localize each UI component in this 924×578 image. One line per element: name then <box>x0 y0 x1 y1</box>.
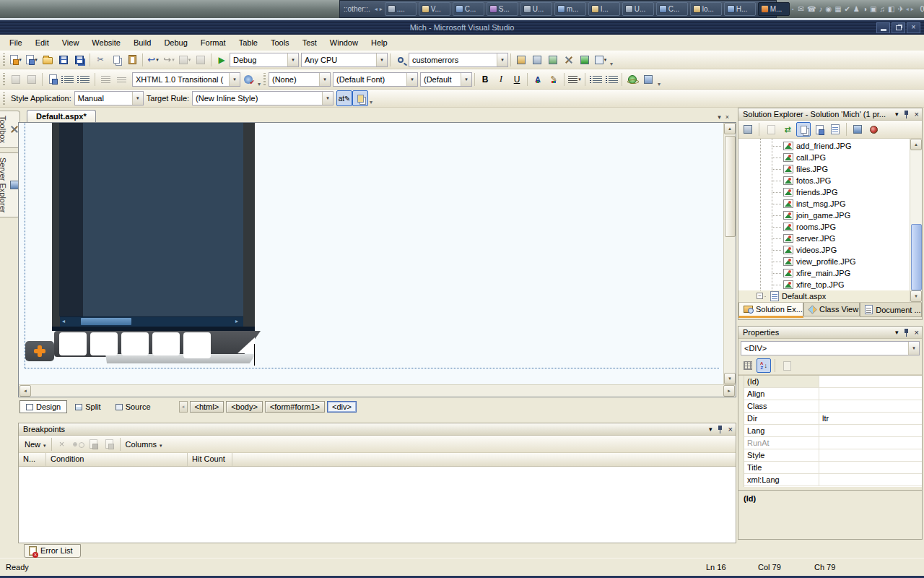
start-debugging-button[interactable]: ▶ <box>214 52 230 68</box>
command-window-button[interactable]: ▾ <box>593 52 609 68</box>
chevron-down-icon[interactable]: ▾ <box>322 92 333 105</box>
tray-icon[interactable]: ◉ <box>825 6 832 13</box>
taskbar-app-button[interactable]: m... <box>554 2 586 16</box>
go-to-source-button[interactable] <box>70 436 86 452</box>
doctype-combo[interactable]: XHTML 1.0 Transitional (▾ <box>132 72 240 87</box>
tree-item-file[interactable]: xfire_main.JPG <box>738 267 910 279</box>
target-class-combo[interactable]: (None)▾ <box>269 72 331 87</box>
tree-item-file[interactable]: inst_msg.JPG <box>738 198 910 210</box>
taskbar-app-button[interactable]: V... <box>419 2 450 16</box>
taskbar-clock[interactable]: 06 ma 20:50 <box>920 5 924 13</box>
tree-item-file[interactable]: server.JPG <box>738 233 910 244</box>
italic-button[interactable]: I <box>493 72 509 87</box>
taskbar-app-button[interactable]: lo... <box>690 2 722 16</box>
tray-icon[interactable]: ▦ <box>834 6 841 13</box>
sidebar-tab-server-explorer[interactable]: Server Explorer <box>0 152 20 217</box>
collapse-icon[interactable]: − <box>757 293 763 299</box>
start-page-button[interactable] <box>577 52 593 68</box>
scroll-down-icon[interactable]: ▾ <box>910 290 922 302</box>
toolbar-grip[interactable] <box>3 53 5 66</box>
find-button[interactable] <box>393 52 409 68</box>
chevron-down-icon[interactable]: ▾ <box>319 73 330 86</box>
tree-item-file[interactable]: xfire_top.JPG <box>738 279 910 290</box>
solution-explorer-titlebar[interactable]: Solution Explorer - Solution 'Mich' (1 p… <box>738 108 922 121</box>
cut-button[interactable]: ✂ <box>92 52 108 68</box>
scroll-right-icon[interactable]: ▸ <box>380 6 383 12</box>
source-view-button[interactable]: Source <box>109 400 157 413</box>
error-list-tab[interactable]: Error List <box>24 544 81 558</box>
menu-help[interactable]: Help <box>365 35 394 50</box>
menu-test[interactable]: Test <box>296 35 323 50</box>
tag-body[interactable]: <body> <box>226 401 263 413</box>
redo-button[interactable]: ↪▾ <box>161 52 177 68</box>
menu-window[interactable]: Window <box>323 35 365 50</box>
solution-explorer-button[interactable] <box>513 52 529 68</box>
properties-window-button[interactable] <box>529 52 545 68</box>
menu-tools[interactable]: Tools <box>264 35 296 50</box>
taskbar-app-button[interactable]: U... <box>622 2 654 16</box>
tag-scroll-left-icon[interactable]: ◂ <box>179 401 188 413</box>
vertical-scroll-thumb[interactable] <box>911 224 922 290</box>
menu-table[interactable]: Table <box>232 35 264 50</box>
menu-build[interactable]: Build <box>127 35 157 50</box>
chevron-down-icon[interactable]: ▾ <box>406 73 417 86</box>
tray-scroll-left-icon[interactable]: ◂ <box>906 6 909 12</box>
tag-div-selected[interactable]: <div> <box>327 401 357 413</box>
view-code-button[interactable] <box>763 122 779 137</box>
target-rule-combo[interactable]: (New Inline Style)▾ <box>192 91 334 105</box>
toolbar-options-icon[interactable]: ▾ <box>370 99 372 107</box>
editor-vertical-scrollbar[interactable]: ▴ ▾ <box>723 123 736 384</box>
scroll-left-icon[interactable]: ◂ <box>375 6 378 12</box>
copy-web-site-button[interactable] <box>850 122 865 137</box>
property-row[interactable]: Class <box>744 400 922 413</box>
toolbar-grip[interactable] <box>3 92 5 105</box>
export-breakpoints-button[interactable] <box>102 436 118 452</box>
property-row[interactable]: Lang <box>744 425 922 437</box>
chevron-down-icon[interactable]: ▾ <box>461 73 471 86</box>
document-tab-default-aspx[interactable]: Default.aspx* <box>27 110 96 122</box>
tab-list-dropdown-icon[interactable]: ▾ <box>718 113 721 121</box>
column-header-condition[interactable]: Condition <box>46 453 188 466</box>
display-button[interactable] <box>640 72 656 87</box>
toolbar-grip[interactable] <box>3 73 5 85</box>
categorized-button[interactable] <box>741 358 755 373</box>
outline-button[interactable] <box>45 72 61 87</box>
tag-form[interactable]: <form#form1> <box>265 401 325 413</box>
close-icon[interactable]: × <box>728 426 733 434</box>
scroll-left-icon[interactable]: ◂ <box>19 385 31 397</box>
hyperlink-button[interactable] <box>624 72 640 87</box>
solution-platforms-combo[interactable]: Any CPU▾ <box>301 53 388 67</box>
nest-related-files-button[interactable] <box>796 122 811 137</box>
window-position-icon[interactable]: ▾ <box>709 426 712 433</box>
auto-hide-pin-icon[interactable] <box>903 110 910 118</box>
tab-class-view[interactable]: Class View <box>803 303 860 316</box>
tab-solution-explorer[interactable]: Solution Ex... <box>738 303 803 318</box>
view-markup-button[interactable] <box>828 122 842 137</box>
menu-format[interactable]: Format <box>194 35 232 50</box>
toolbox-button[interactable] <box>561 52 577 68</box>
next-element-button[interactable] <box>24 72 40 87</box>
window-position-icon[interactable]: ▾ <box>895 111 899 118</box>
style-application-combo[interactable]: Manual▾ <box>74 91 144 105</box>
properties-window-button[interactable] <box>741 122 755 137</box>
menu-view[interactable]: View <box>56 35 86 50</box>
solution-configurations-combo[interactable]: Debug▾ <box>230 53 299 67</box>
toolbar-options-icon[interactable]: ▾ <box>658 81 661 89</box>
tree-item-file[interactable]: files.JPG <box>738 163 910 175</box>
taskbar-app-button[interactable]: C... <box>453 2 484 16</box>
property-row[interactable]: (Id) <box>744 376 922 388</box>
editor-horizontal-scrollbar[interactable]: ◂ ▸ <box>19 384 736 397</box>
design-view-button[interactable]: Design <box>19 400 67 413</box>
tray-icon[interactable]: ♫ <box>879 6 885 13</box>
show-overlay-button[interactable]: at✎ <box>336 90 352 106</box>
restore-button[interactable] <box>892 22 905 33</box>
font-size-combo[interactable]: (Default▾ <box>420 72 472 87</box>
tree-item-default-aspx[interactable]: − Default.aspx <box>738 290 910 302</box>
chevron-down-icon[interactable]: ▾ <box>497 53 507 66</box>
show-set-properties-button[interactable] <box>352 90 368 106</box>
chevron-down-icon[interactable]: ▾ <box>376 53 387 66</box>
view-designer-button[interactable] <box>812 122 827 137</box>
tray-icon[interactable]: ♪ <box>819 6 822 13</box>
split-view-button[interactable]: Split <box>69 400 107 413</box>
aspnet-configuration-button[interactable] <box>866 122 881 137</box>
